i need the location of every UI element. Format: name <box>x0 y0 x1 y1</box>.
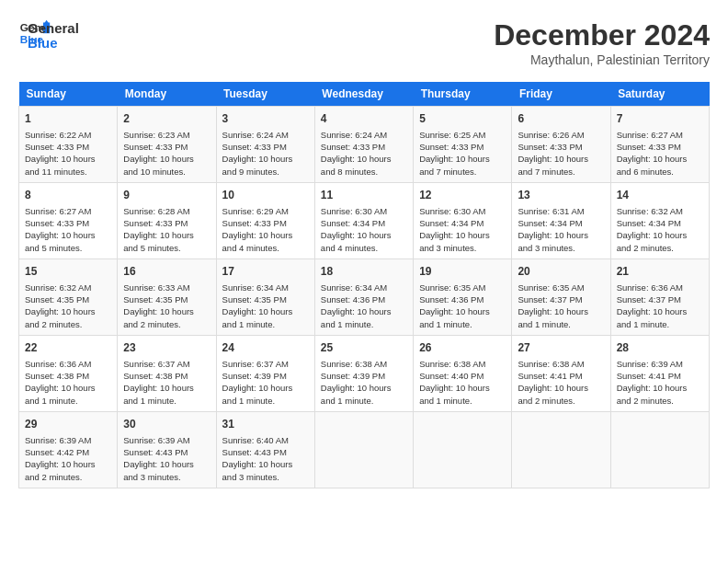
day-number: 25 <box>321 340 407 356</box>
day-number: 3 <box>222 111 309 127</box>
day-number: 20 <box>518 264 604 280</box>
day-info: Sunrise: 6:38 AM Sunset: 4:40 PM Dayligh… <box>419 358 506 407</box>
day-info: Sunrise: 6:24 AM Sunset: 4:33 PM Dayligh… <box>222 129 309 178</box>
day-number: 1 <box>25 111 111 127</box>
calendar-cell: 16Sunrise: 6:33 AM Sunset: 4:35 PM Dayli… <box>118 259 216 335</box>
day-number: 28 <box>617 340 703 356</box>
day-info: Sunrise: 6:39 AM Sunset: 4:41 PM Dayligh… <box>617 358 703 407</box>
calendar-table: SundayMondayTuesdayWednesdayThursdayFrid… <box>18 82 710 488</box>
calendar-cell: 23Sunrise: 6:37 AM Sunset: 4:38 PM Dayli… <box>118 335 216 411</box>
calendar-cell: 14Sunrise: 6:32 AM Sunset: 4:34 PM Dayli… <box>610 182 709 259</box>
calendar-cell <box>314 411 413 488</box>
day-number: 30 <box>123 417 210 432</box>
day-info: Sunrise: 6:35 AM Sunset: 4:36 PM Dayligh… <box>419 282 506 330</box>
calendar-cell: 25Sunrise: 6:38 AM Sunset: 4:39 PM Dayli… <box>314 335 413 411</box>
calendar-cell: 21Sunrise: 6:36 AM Sunset: 4:37 PM Dayli… <box>610 259 709 335</box>
day-info: Sunrise: 6:36 AM Sunset: 4:37 PM Dayligh… <box>617 282 703 330</box>
day-info: Sunrise: 6:24 AM Sunset: 4:33 PM Dayligh… <box>321 129 407 178</box>
calendar-cell: 26Sunrise: 6:38 AM Sunset: 4:40 PM Dayli… <box>414 335 512 411</box>
calendar-cell: 1Sunrise: 6:22 AM Sunset: 4:33 PM Daylig… <box>19 107 118 183</box>
day-number: 26 <box>419 340 506 356</box>
calendar-week-row: 29Sunrise: 6:39 AM Sunset: 4:42 PM Dayli… <box>19 411 710 488</box>
calendar-cell: 10Sunrise: 6:29 AM Sunset: 4:33 PM Dayli… <box>216 182 314 259</box>
calendar-cell <box>414 411 512 488</box>
calendar-cell: 29Sunrise: 6:39 AM Sunset: 4:42 PM Dayli… <box>19 411 118 488</box>
day-number: 8 <box>25 188 111 203</box>
calendar-cell: 13Sunrise: 6:31 AM Sunset: 4:34 PM Dayli… <box>512 182 610 259</box>
calendar-cell: 15Sunrise: 6:32 AM Sunset: 4:35 PM Dayli… <box>19 259 118 335</box>
calendar-body: 1Sunrise: 6:22 AM Sunset: 4:33 PM Daylig… <box>19 107 710 488</box>
calendar-cell: 12Sunrise: 6:30 AM Sunset: 4:34 PM Dayli… <box>414 182 512 259</box>
day-number: 27 <box>518 340 604 356</box>
day-number: 16 <box>123 264 210 280</box>
day-info: Sunrise: 6:37 AM Sunset: 4:38 PM Dayligh… <box>123 358 210 407</box>
day-number: 31 <box>222 417 309 432</box>
day-info: Sunrise: 6:39 AM Sunset: 4:43 PM Dayligh… <box>123 434 210 483</box>
calendar-week-row: 22Sunrise: 6:36 AM Sunset: 4:38 PM Dayli… <box>19 335 710 411</box>
calendar-cell: 5Sunrise: 6:25 AM Sunset: 4:33 PM Daylig… <box>414 107 512 183</box>
logo-text-general: General <box>28 21 79 37</box>
day-info: Sunrise: 6:26 AM Sunset: 4:33 PM Dayligh… <box>518 129 604 178</box>
calendar-cell <box>512 411 610 488</box>
calendar-week-row: 15Sunrise: 6:32 AM Sunset: 4:35 PM Dayli… <box>19 259 710 335</box>
weekday-saturday: Saturday <box>610 82 709 107</box>
calendar-header: SundayMondayTuesdayWednesdayThursdayFrid… <box>19 82 710 107</box>
day-number: 15 <box>25 264 111 280</box>
calendar-cell: 18Sunrise: 6:34 AM Sunset: 4:36 PM Dayli… <box>314 259 413 335</box>
calendar-cell: 22Sunrise: 6:36 AM Sunset: 4:38 PM Dayli… <box>19 335 118 411</box>
day-info: Sunrise: 6:35 AM Sunset: 4:37 PM Dayligh… <box>518 282 604 330</box>
weekday-friday: Friday <box>512 82 610 107</box>
day-info: Sunrise: 6:28 AM Sunset: 4:33 PM Dayligh… <box>123 205 210 254</box>
calendar-week-row: 1Sunrise: 6:22 AM Sunset: 4:33 PM Daylig… <box>19 107 710 183</box>
calendar-cell <box>610 411 709 488</box>
calendar-cell: 4Sunrise: 6:24 AM Sunset: 4:33 PM Daylig… <box>314 107 413 183</box>
calendar-cell: 11Sunrise: 6:30 AM Sunset: 4:34 PM Dayli… <box>314 182 413 259</box>
logo-text-blue: Blue <box>28 36 79 52</box>
day-info: Sunrise: 6:23 AM Sunset: 4:33 PM Dayligh… <box>123 129 210 178</box>
day-info: Sunrise: 6:40 AM Sunset: 4:43 PM Dayligh… <box>222 434 309 483</box>
day-number: 19 <box>419 264 506 280</box>
day-number: 17 <box>222 264 309 280</box>
day-number: 29 <box>25 417 111 432</box>
day-info: Sunrise: 6:34 AM Sunset: 4:35 PM Dayligh… <box>222 282 309 330</box>
calendar-cell: 9Sunrise: 6:28 AM Sunset: 4:33 PM Daylig… <box>118 182 216 259</box>
day-info: Sunrise: 6:27 AM Sunset: 4:33 PM Dayligh… <box>617 129 703 178</box>
weekday-monday: Monday <box>118 82 216 107</box>
day-number: 5 <box>419 111 506 127</box>
calendar-cell: 30Sunrise: 6:39 AM Sunset: 4:43 PM Dayli… <box>118 411 216 488</box>
day-info: Sunrise: 6:27 AM Sunset: 4:33 PM Dayligh… <box>25 205 111 254</box>
day-info: Sunrise: 6:22 AM Sunset: 4:33 PM Dayligh… <box>25 129 111 178</box>
day-info: Sunrise: 6:38 AM Sunset: 4:39 PM Dayligh… <box>321 358 407 407</box>
weekday-thursday: Thursday <box>414 82 512 107</box>
day-info: Sunrise: 6:36 AM Sunset: 4:38 PM Dayligh… <box>25 358 111 407</box>
calendar-week-row: 8Sunrise: 6:27 AM Sunset: 4:33 PM Daylig… <box>19 182 710 259</box>
calendar-cell: 28Sunrise: 6:39 AM Sunset: 4:41 PM Dayli… <box>610 335 709 411</box>
day-number: 21 <box>617 264 703 280</box>
calendar-cell: 2Sunrise: 6:23 AM Sunset: 4:33 PM Daylig… <box>118 107 216 183</box>
day-info: Sunrise: 6:37 AM Sunset: 4:39 PM Dayligh… <box>222 358 309 407</box>
day-number: 14 <box>617 188 703 203</box>
day-number: 9 <box>123 188 210 203</box>
calendar-cell: 31Sunrise: 6:40 AM Sunset: 4:43 PM Dayli… <box>216 411 314 488</box>
calendar-cell: 6Sunrise: 6:26 AM Sunset: 4:33 PM Daylig… <box>512 107 610 183</box>
calendar-cell: 19Sunrise: 6:35 AM Sunset: 4:36 PM Dayli… <box>414 259 512 335</box>
calendar-cell: 3Sunrise: 6:24 AM Sunset: 4:33 PM Daylig… <box>216 107 314 183</box>
month-title: December 2024 <box>494 18 710 52</box>
page-header: General Blue General Blue December 2024 … <box>18 18 710 67</box>
calendar-cell: 7Sunrise: 6:27 AM Sunset: 4:33 PM Daylig… <box>610 107 709 183</box>
title-section: December 2024 Maythalun, Palestinian Ter… <box>494 18 710 67</box>
weekday-tuesday: Tuesday <box>216 82 314 107</box>
day-info: Sunrise: 6:38 AM Sunset: 4:41 PM Dayligh… <box>518 358 604 407</box>
day-info: Sunrise: 6:31 AM Sunset: 4:34 PM Dayligh… <box>518 205 604 254</box>
weekday-sunday: Sunday <box>19 82 118 107</box>
day-number: 6 <box>518 111 604 127</box>
day-info: Sunrise: 6:25 AM Sunset: 4:33 PM Dayligh… <box>419 129 506 178</box>
day-info: Sunrise: 6:39 AM Sunset: 4:42 PM Dayligh… <box>25 434 111 483</box>
day-number: 7 <box>617 111 703 127</box>
day-number: 4 <box>321 111 407 127</box>
calendar-cell: 8Sunrise: 6:27 AM Sunset: 4:33 PM Daylig… <box>19 182 118 259</box>
calendar-cell: 17Sunrise: 6:34 AM Sunset: 4:35 PM Dayli… <box>216 259 314 335</box>
day-number: 2 <box>123 111 210 127</box>
day-number: 24 <box>222 340 309 356</box>
day-number: 23 <box>123 340 210 356</box>
